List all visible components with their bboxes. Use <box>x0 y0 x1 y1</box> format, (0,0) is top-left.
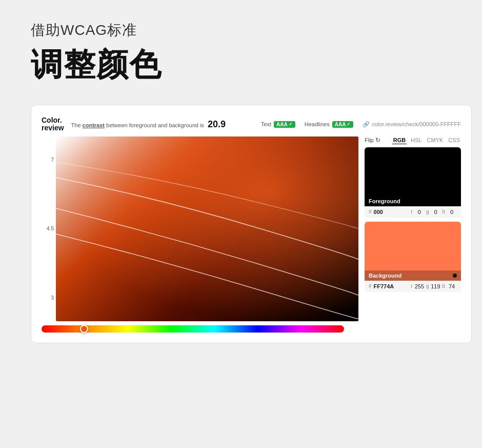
tab-cmyk[interactable]: CMYK <box>426 137 445 144</box>
badges-area: Text AAA Headlines AAA 🔗 color.review/ch… <box>261 121 461 128</box>
background-b[interactable]: 74 <box>447 283 457 289</box>
foreground-g[interactable]: 0 <box>430 209 440 215</box>
color-slider-track[interactable] <box>42 325 344 333</box>
y-label-7: 7 <box>42 157 54 163</box>
background-rgb: r 255 g 119 b 74 <box>411 283 457 289</box>
tab-rgb[interactable]: RGB <box>392 137 407 144</box>
foreground-hex[interactable]: 000 <box>374 209 392 215</box>
link-icon: 🔗 <box>363 121 370 128</box>
foreground-color-box: Foreground # 000 r 0 g 0 b 0 <box>365 147 461 218</box>
tab-hsl[interactable]: HSL <box>410 137 423 144</box>
flip-button[interactable]: Flip ↻ <box>365 137 380 144</box>
foreground-rgb: r 0 g 0 b 0 <box>411 209 457 215</box>
background-label-bar: Background <box>365 270 461 281</box>
background-label: Background <box>369 272 401 279</box>
link-area[interactable]: 🔗 color.review/check/000000-FFFFFF <box>363 121 461 128</box>
foreground-preview[interactable]: Foreground <box>365 147 461 206</box>
background-inputs: # FF774A r 255 g 119 b 74 <box>365 281 461 292</box>
y-label-45: 4.5 <box>42 226 54 231</box>
foreground-label-bar: Foreground <box>365 196 461 206</box>
text-label: Text <box>261 121 271 127</box>
foreground-r[interactable]: 0 <box>414 209 425 215</box>
foreground-inputs: # 000 r 0 g 0 b 0 <box>365 206 461 218</box>
right-panel: Flip ↻ RGB HSL CMYK CSS Foreground <box>365 137 461 333</box>
headlines-badge-group: Headlines AAA <box>305 121 354 128</box>
background-r[interactable]: 255 <box>414 283 425 289</box>
contrast-line: The contrast between foreground and back… <box>71 122 226 128</box>
logo-color-text: Color. <box>42 116 62 124</box>
mode-tabs: RGB HSL CMYK CSS <box>392 137 461 144</box>
contrast-middle: between foreground and background is <box>105 122 204 128</box>
logo-review: review <box>42 124 64 132</box>
b-label-fg: b <box>442 209 445 215</box>
background-g[interactable]: 119 <box>430 283 440 289</box>
background-dot-indicator <box>453 274 457 278</box>
g-label-bg: g <box>426 283 429 289</box>
contrast-number: 20.9 <box>208 119 226 129</box>
flip-label: Flip <box>365 137 374 143</box>
hex-label-bg: # <box>369 283 372 289</box>
contour-lines <box>56 137 358 321</box>
page-subtitle: 借助WCAG标准 <box>31 21 137 40</box>
logo-area: Color. review <box>42 116 64 132</box>
r-label-bg: r <box>411 283 413 289</box>
background-preview[interactable]: Background <box>365 222 461 281</box>
text-aaa-badge: AAA <box>274 121 295 128</box>
color-slider-wrap <box>42 325 344 333</box>
tab-css[interactable]: CSS <box>447 137 461 144</box>
foreground-label: Foreground <box>369 198 400 204</box>
g-label-fg: g <box>426 209 429 215</box>
b-label-bg: b <box>442 283 445 289</box>
logo-color: Color. <box>42 116 64 124</box>
headlines-label: Headlines <box>305 121 330 127</box>
contrast-prefix: The <box>71 122 83 128</box>
color-slider-thumb[interactable] <box>80 325 88 333</box>
gradient-canvas <box>56 137 358 321</box>
page-title: 调整颜色 <box>31 43 162 86</box>
gradient-wrap: 7 4.5 3 <box>42 137 358 321</box>
link-text: color.review/check/000000-FFFFFF <box>372 121 461 127</box>
r-label-fg: r <box>411 209 413 215</box>
contrast-bold-word: contrast <box>83 122 105 128</box>
panel-toolbar: Flip ↻ RGB HSL CMYK CSS <box>365 137 461 144</box>
flip-icon: ↻ <box>375 137 380 144</box>
app-header: Color. review The contrast between foreg… <box>42 116 461 132</box>
background-hex[interactable]: FF774A <box>374 283 394 289</box>
headlines-aaa-badge: AAA <box>332 121 354 128</box>
hex-label-fg: # <box>369 209 372 215</box>
app-card: Color. review The contrast between foreg… <box>31 105 472 343</box>
main-content: 7 4.5 3 <box>42 137 461 333</box>
text-badge-group: Text AAA <box>261 121 295 128</box>
background-color-box: Background # FF774A r 255 g 119 b 74 <box>365 222 461 292</box>
contrast-info: The contrast between foreground and back… <box>64 119 261 130</box>
y-label-3: 3 <box>42 295 54 301</box>
gradient-area[interactable] <box>56 137 358 321</box>
left-panel: 7 4.5 3 <box>42 137 358 333</box>
foreground-b[interactable]: 0 <box>447 209 457 215</box>
y-axis: 7 4.5 3 <box>42 137 56 321</box>
